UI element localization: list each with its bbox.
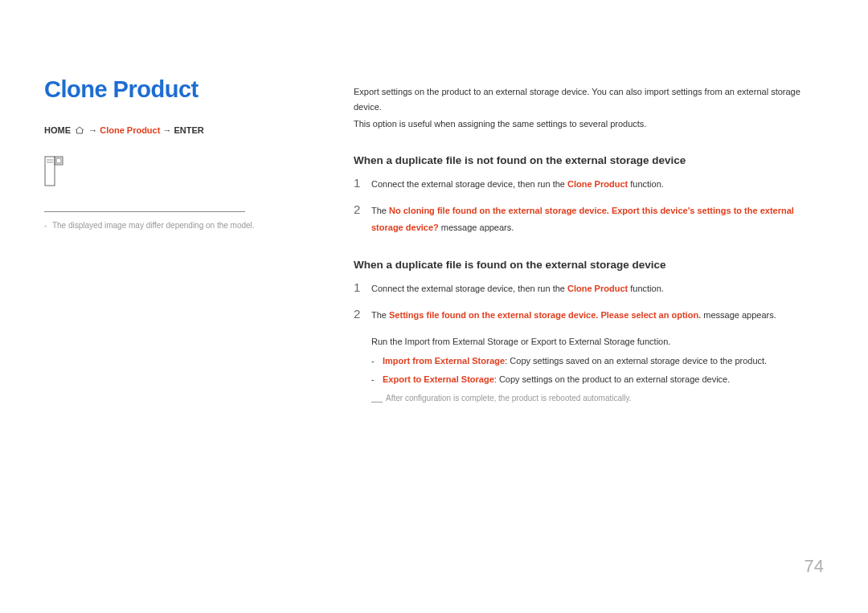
step-number: 1 bbox=[354, 176, 371, 190]
bullet-import: - Import from External Storage: Copy set… bbox=[371, 353, 824, 369]
bullet-dash: - bbox=[371, 353, 383, 369]
svg-rect-2 bbox=[56, 158, 61, 163]
footnote: - The displayed image may differ dependi… bbox=[44, 220, 354, 231]
step-text: The No cloning file found on the externa… bbox=[371, 202, 824, 236]
note: ― After configuration is complete, the p… bbox=[371, 392, 824, 410]
breadcrumb-arrow: → bbox=[162, 125, 174, 135]
breadcrumb-enter: ENTER bbox=[174, 125, 203, 135]
section1-heading: When a duplicate file is not found on th… bbox=[354, 154, 824, 166]
bullet-export: - Export to External Storage: Copy setti… bbox=[371, 372, 824, 387]
note-dash: ― bbox=[371, 392, 386, 410]
left-column: Clone Product HOME → Clone Product → ENT… bbox=[44, 76, 354, 410]
breadcrumb: HOME → Clone Product → ENTER bbox=[44, 125, 354, 136]
breadcrumb-home: HOME bbox=[44, 125, 71, 135]
intro-line1: Export settings on the product to an ext… bbox=[354, 84, 824, 114]
intro-line2: This option is useful when assigning the… bbox=[354, 116, 824, 132]
right-column: Export settings on the product to an ext… bbox=[354, 76, 824, 410]
bullet-text: Export to External Storage: Copy setting… bbox=[383, 372, 824, 387]
step-text: Connect the external storage device, the… bbox=[371, 176, 824, 193]
note-text: After configuration is complete, the pro… bbox=[386, 392, 632, 410]
step-number: 2 bbox=[354, 307, 371, 321]
svg-rect-0 bbox=[45, 157, 55, 186]
page-title: Clone Product bbox=[44, 76, 354, 103]
breadcrumb-arrow: → bbox=[88, 125, 100, 135]
section1-step2: 2 The No cloning file found on the exter… bbox=[354, 202, 824, 236]
step-number: 2 bbox=[354, 202, 371, 216]
page-container: Clone Product HOME → Clone Product → ENT… bbox=[0, 0, 868, 410]
breadcrumb-clone-product: Clone Product bbox=[100, 125, 160, 135]
footnote-dash: - bbox=[44, 220, 47, 231]
device-icon bbox=[44, 156, 63, 188]
section2-step1: 1 Connect the external storage device, t… bbox=[354, 280, 824, 297]
footnote-text: The displayed image may differ depending… bbox=[52, 221, 255, 230]
section2-sub: Run the Import from External Storage or … bbox=[371, 333, 824, 350]
divider bbox=[44, 211, 245, 212]
step-number: 1 bbox=[354, 280, 371, 294]
bullet-text: Import from External Storage: Copy setti… bbox=[383, 353, 824, 369]
device-icon-wrap bbox=[44, 156, 354, 191]
bullet-dash: - bbox=[371, 372, 383, 387]
section1-step1: 1 Connect the external storage device, t… bbox=[354, 176, 824, 193]
step-text: Connect the external storage device, the… bbox=[371, 280, 824, 297]
section2-step2: 2 The Settings file found on the externa… bbox=[354, 307, 824, 324]
step-text: The Settings file found on the external … bbox=[371, 307, 824, 324]
home-icon bbox=[75, 126, 84, 136]
svg-rect-1 bbox=[55, 157, 63, 165]
section2-heading: When a duplicate file is found on the ex… bbox=[354, 259, 824, 271]
page-number: 74 bbox=[805, 556, 824, 577]
